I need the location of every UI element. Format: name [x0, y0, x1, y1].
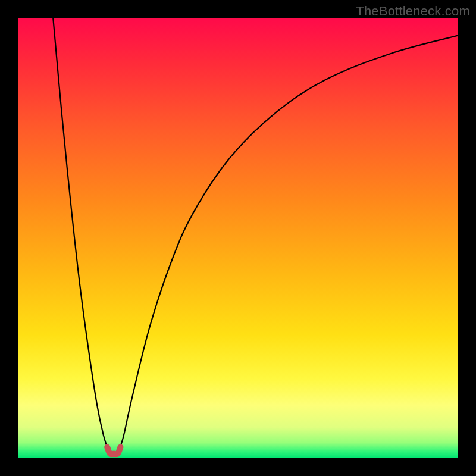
gradient-background — [18, 18, 458, 458]
chart-svg — [18, 18, 458, 458]
plot-area — [18, 18, 458, 458]
chart-frame: TheBottleneck.com — [0, 0, 476, 476]
watermark-text: TheBottleneck.com — [356, 4, 470, 19]
